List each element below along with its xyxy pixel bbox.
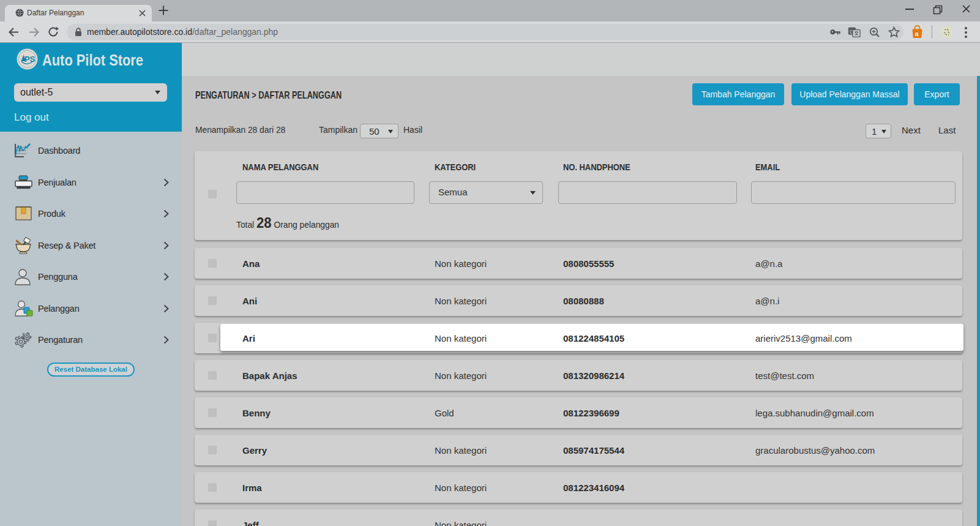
svg-text:a: a [915, 30, 919, 37]
svg-text:PS: PS [24, 54, 36, 64]
